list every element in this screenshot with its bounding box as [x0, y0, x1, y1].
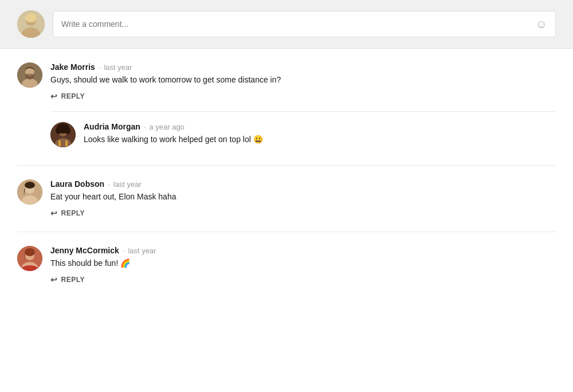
comment-body: Laura Dobson · last year Eat your heart … — [50, 179, 556, 218]
jenny-avatar — [17, 246, 42, 271]
reply-label: REPLY — [61, 276, 85, 284]
comment-time: last year — [128, 246, 156, 255]
reply-button[interactable]: ↩ REPLY — [50, 209, 85, 218]
reply-button[interactable]: ↩ REPLY — [50, 275, 85, 284]
comment-input-section: ☺ — [0, 0, 573, 49]
comment-input[interactable] — [61, 19, 536, 29]
svg-rect-13 — [58, 140, 61, 146]
comment-thread: Jenny McCormick · last year This should … — [17, 232, 556, 298]
comment-row: Audria Morgan · a year ago Looks like wa… — [50, 122, 556, 151]
svg-point-12 — [65, 127, 70, 134]
comment-text: Looks like walking to work helped get on… — [84, 134, 556, 146]
comment-author: Audria Morgan — [84, 122, 140, 131]
comment-time: a year ago — [149, 123, 184, 131]
comment-text: Eat your heart out, Elon Mask haha — [50, 191, 556, 203]
comment-dot: · — [108, 180, 110, 189]
current-user-avatar — [17, 10, 45, 38]
comment-input-wrapper: ☺ — [53, 11, 556, 37]
comment-header: Jake Morris · last year — [50, 62, 556, 72]
comment-thread: Laura Dobson · last year Eat your heart … — [17, 166, 556, 232]
svg-point-11 — [56, 127, 61, 134]
svg-rect-14 — [65, 140, 68, 146]
reply-icon: ↩ — [50, 275, 58, 284]
comment-header: Audria Morgan · a year ago — [84, 122, 556, 131]
comment-dot: · — [99, 63, 101, 72]
comments-section: Jake Morris · last year Guys, should we … — [0, 49, 573, 298]
reply-label: REPLY — [61, 209, 85, 217]
comment-row: Laura Dobson · last year Eat your heart … — [17, 179, 556, 218]
reply-icon: ↩ — [50, 209, 58, 218]
comment-header: Jenny McCormick · last year — [50, 246, 556, 255]
comment-author: Jake Morris — [50, 62, 95, 72]
comment-row: Jenny McCormick · last year This should … — [17, 246, 556, 284]
reply-button[interactable]: ↩ REPLY — [50, 92, 85, 101]
comment-thread: Jake Morris · last year Guys, should we … — [17, 49, 556, 166]
comment-time: last year — [113, 180, 142, 189]
jake-avatar — [17, 62, 42, 88]
audria-avatar — [50, 122, 76, 147]
comment-author: Laura Dobson — [50, 179, 104, 189]
comment-dot: · — [144, 123, 146, 131]
emoji-button[interactable]: ☺ — [536, 18, 547, 31]
comment-text: Guys, should we walk to work tomorrow to… — [50, 74, 556, 86]
svg-point-3 — [25, 13, 37, 22]
nested-reply: Audria Morgan · a year ago Looks like wa… — [50, 111, 556, 151]
comment-body: Jenny McCormick · last year This should … — [50, 246, 556, 284]
comment-author: Jenny McCormick — [50, 246, 119, 255]
svg-point-22 — [25, 248, 35, 256]
comment-header: Laura Dobson · last year — [50, 179, 556, 189]
comment-time: last year — [104, 63, 132, 72]
reply-label: REPLY — [61, 92, 85, 100]
comment-body: Audria Morgan · a year ago Looks like wa… — [84, 122, 556, 151]
laura-avatar — [17, 179, 42, 205]
reply-icon: ↩ — [50, 92, 58, 101]
comment-row: Jake Morris · last year Guys, should we … — [17, 62, 556, 101]
comment-body: Jake Morris · last year Guys, should we … — [50, 62, 556, 101]
comment-dot: · — [123, 246, 125, 255]
svg-point-18 — [25, 182, 35, 189]
comment-text: This should be fun! 🌈 — [50, 257, 556, 269]
